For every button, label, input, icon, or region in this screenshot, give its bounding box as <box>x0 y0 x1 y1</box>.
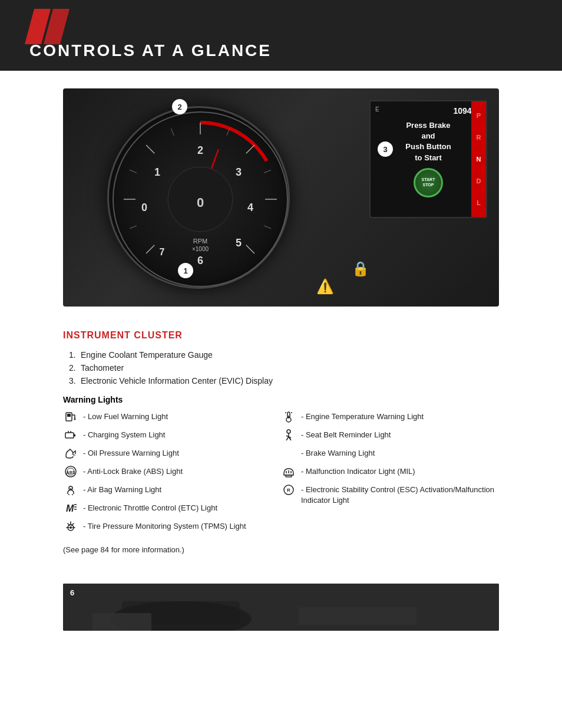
svg-text:3: 3 <box>236 166 242 178</box>
callout-1: 1 <box>178 263 193 278</box>
svg-line-1 <box>146 245 154 253</box>
svg-text:RPM: RPM <box>193 238 207 245</box>
page: CONTROLS AT A GLANCE <box>0 0 562 728</box>
svg-text:6: 6 <box>197 255 203 266</box>
svg-text:ABS: ABS <box>67 470 75 475</box>
etc-icon: M <box>63 502 78 515</box>
svg-line-8 <box>130 226 137 229</box>
warning-item-abs: ABS - Anti-Lock Brake (ABS) Light <box>63 465 281 478</box>
gear-P: P <box>477 112 481 119</box>
engine-temp-warning-text: - Engine Temperature Warning Light <box>301 410 424 422</box>
svg-rect-34 <box>74 434 75 437</box>
svg-point-32 <box>74 419 76 420</box>
svg-text:2: 2 <box>197 144 203 156</box>
tachometer-circle: 2 1 0 3 4 5 6 7 RPM ×1000 0 <box>107 106 290 289</box>
lock-icon: 🔒 <box>352 261 369 277</box>
instrument-item-2: Tachometer <box>69 363 499 373</box>
abs-warning-text: - Anti-Lock Brake (ABS) Light <box>83 465 183 477</box>
mil-icon <box>281 465 296 478</box>
callout-3: 3 <box>378 141 393 157</box>
svg-line-5 <box>246 145 254 153</box>
page-number: 6 <box>70 588 74 597</box>
svg-text:0: 0 <box>141 202 147 213</box>
brake-warning-text: - Brake Warning Light <box>301 447 375 459</box>
warning-item-charging: - Charging System Light <box>63 429 281 442</box>
warning-item-esc: R - Electronic Stability Control (ESC) A… <box>281 483 499 506</box>
svg-point-50 <box>70 526 72 529</box>
mil-warning-text: - Malfunction Indicator Light (MIL) <box>301 465 415 477</box>
abs-icon: ABS <box>63 465 78 478</box>
tachometer-area: 2 1 0 3 4 5 6 7 RPM ×1000 0 <box>98 100 299 295</box>
svg-text:×1000: ×1000 <box>192 246 209 252</box>
svg-text:5: 5 <box>236 237 242 249</box>
slash-decoration <box>29 9 65 44</box>
svg-text:M: M <box>66 503 74 513</box>
instrument-item-3: Electronic Vehicle Information Center (E… <box>69 376 499 386</box>
oil-icon <box>63 447 78 460</box>
warning-item-fuel: - Low Fuel Warning Light <box>63 410 281 423</box>
bottom-car-image: 6 <box>63 584 499 631</box>
svg-text:1: 1 <box>154 166 160 178</box>
warning-lights-title: Warning Lights <box>63 395 499 404</box>
svg-rect-33 <box>65 433 74 438</box>
esc-warning-text: - Electronic Stability Control (ESC) Act… <box>301 483 499 506</box>
warning-item-seatbelt: - Seat Belt Reminder Light <box>281 429 499 442</box>
warning-lights-grid: - Low Fuel Warning Light - Charging Syst… <box>63 410 499 536</box>
header-banner: CONTROLS AT A GLANCE <box>0 0 562 71</box>
warning-item-mil: - Malfunction Indicator Light (MIL) <box>281 465 499 478</box>
gear-N: N <box>477 156 481 163</box>
main-content: INSTRUMENT CLUSTER Engine Coolant Temper… <box>63 307 499 572</box>
footnote: (See page 84 for more information.) <box>63 545 499 554</box>
warning-icon: ⚠️ <box>316 278 334 295</box>
stop-label: STOP <box>423 183 434 187</box>
svg-rect-67 <box>299 607 416 625</box>
svg-line-3 <box>146 145 154 153</box>
warning-item-etc: M - Electronic Throttle Control (ETC) Li… <box>63 502 281 515</box>
svg-text:7: 7 <box>160 247 165 257</box>
gear-L: L <box>477 199 481 206</box>
seatbelt-icon <box>281 429 296 442</box>
warning-item-engine-temp: - Engine Temperature Warning Light <box>281 410 499 423</box>
warning-lights-section: Warning Lights - Low Fuel Warning Light <box>63 395 499 554</box>
warning-right-column: - Engine Temperature Warning Light - Sea… <box>281 410 499 536</box>
instrument-cluster-title: INSTRUMENT CLUSTER <box>63 330 499 341</box>
warning-item-brake: - Brake Warning Light <box>281 447 499 460</box>
charging-icon <box>63 429 78 442</box>
gear-indicator: P R N D L <box>471 101 486 217</box>
airbag-icon <box>63 483 78 496</box>
start-label: START <box>422 177 435 182</box>
svg-line-9 <box>130 170 137 173</box>
svg-line-12 <box>264 170 271 173</box>
start-stop-button: START STOP <box>414 168 443 197</box>
charging-warning-text: - Charging System Light <box>83 429 165 440</box>
evic-display: E 1094mi Press BrakeandPush Buttonto Sta… <box>369 100 487 218</box>
fuel-warning-text: - Low Fuel Warning Light <box>83 410 168 422</box>
warning-left-column: - Low Fuel Warning Light - Charging Syst… <box>63 410 281 536</box>
seatbelt-warning-text: - Seat Belt Reminder Light <box>301 429 391 440</box>
svg-line-13 <box>264 226 271 229</box>
airbag-warning-text: - Air Bag Warning Light <box>83 483 161 495</box>
svg-point-56 <box>287 430 290 433</box>
instrument-items-list: Engine Coolant Temperature Gauge Tachome… <box>69 350 499 386</box>
brake-icon <box>281 447 296 460</box>
gear-D: D <box>477 177 481 185</box>
svg-rect-29 <box>67 414 71 417</box>
callout-2: 2 <box>172 99 187 114</box>
press-brake-text: Press BrakeandPush Buttonto Start <box>375 120 481 163</box>
instrument-cluster-image: 2 1 0 3 4 5 6 7 RPM ×1000 0 <box>63 88 499 307</box>
warning-item-oil: - Oil Pressure Warning Light <box>63 447 281 460</box>
svg-rect-57 <box>286 475 292 477</box>
svg-line-10 <box>171 129 174 136</box>
etc-warning-text: - Electronic Throttle Control (ETC) Ligh… <box>83 502 217 513</box>
instrument-item-1: Engine Coolant Temperature Gauge <box>69 350 499 360</box>
fuel-icon <box>63 410 78 423</box>
tpms-icon <box>63 520 78 533</box>
warning-item-airbag: - Air Bag Warning Light <box>63 483 281 496</box>
svg-text:4: 4 <box>247 202 253 213</box>
engine-temp-icon <box>281 410 296 423</box>
svg-text:0: 0 <box>197 195 204 210</box>
evic-top-bar: E 1094mi <box>375 106 481 116</box>
fuel-label: E <box>375 106 379 116</box>
tpms-warning-text: - Tire Pressure Monitoring System (TPMS)… <box>83 520 246 532</box>
oil-warning-text: - Oil Pressure Warning Light <box>83 447 179 459</box>
